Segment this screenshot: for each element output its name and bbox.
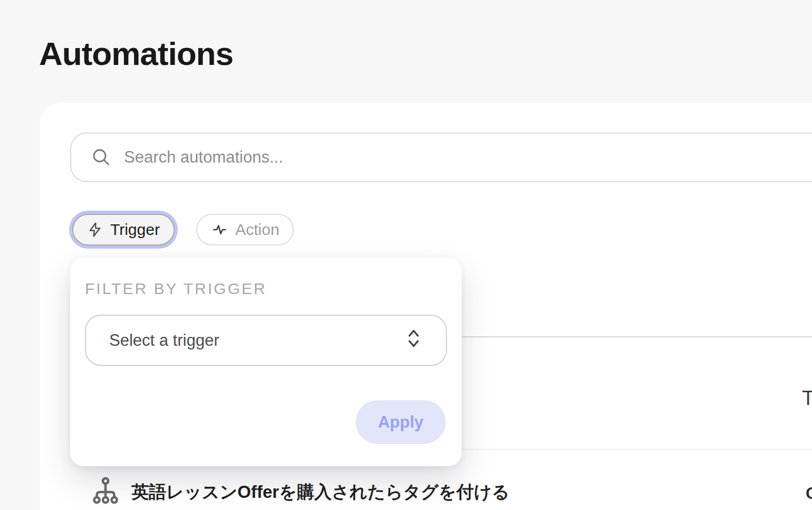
- filter-chip-trigger[interactable]: Trigger: [72, 214, 175, 245]
- search-input[interactable]: [70, 133, 812, 182]
- trigger-filter-popover: FILTER BY TRIGGER Select a trigger Apply: [70, 258, 462, 466]
- pulse-icon: [211, 222, 228, 237]
- trigger-select[interactable]: Select a trigger: [85, 315, 447, 366]
- table-column-header-clipped: T: [802, 387, 812, 410]
- lightning-icon: [87, 221, 103, 238]
- apply-button[interactable]: Apply: [356, 400, 446, 444]
- trigger-select-value: Select a trigger: [109, 331, 219, 350]
- automation-row-trigger-clipped: O: [806, 484, 812, 503]
- automations-page: Automations T 英語レッスンOfferを購入されたらタグを付ける O: [0, 0, 812, 510]
- page-title: Automations: [39, 35, 233, 72]
- popover-heading: FILTER BY TRIGGER: [85, 280, 266, 298]
- filter-chip-action[interactable]: Action: [196, 214, 294, 245]
- chevron-up-down-icon: [406, 328, 422, 353]
- filter-chip-trigger-label: Trigger: [110, 221, 160, 239]
- filter-chip-action-label: Action: [235, 221, 279, 239]
- sitemap-icon: [93, 476, 118, 505]
- automation-row-name[interactable]: 英語レッスンOfferを購入されたらタグを付ける: [131, 480, 510, 504]
- search-bar: [70, 133, 812, 182]
